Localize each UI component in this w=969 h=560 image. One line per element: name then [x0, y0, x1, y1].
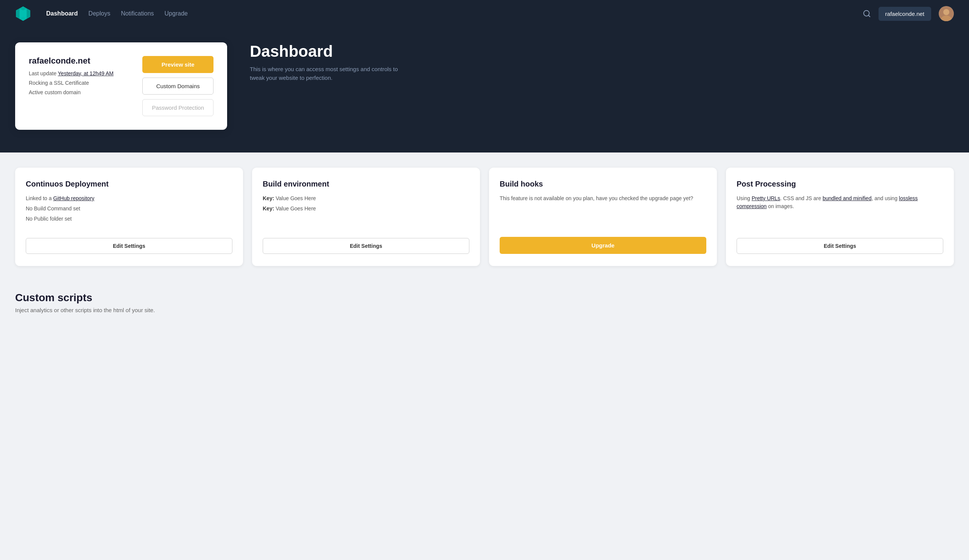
svg-marker-4: [27, 8, 30, 18]
nav-dashboard[interactable]: Dashboard: [46, 10, 78, 17]
domain-status: Active custom domain: [29, 88, 113, 96]
card-body-build-env: Key: Value Goes Here Key: Value Goes Her…: [263, 194, 470, 213]
hooks-description: This feature is not available on you pla…: [499, 194, 706, 203]
nav-notifications[interactable]: Notifications: [121, 10, 154, 17]
deployment-line-2: No Build Command set: [26, 205, 232, 213]
last-update-link[interactable]: Yesterday, at 12h49 AM: [58, 70, 113, 76]
cards-grid: Continuos Deployment Linked to a GitHub …: [15, 168, 954, 266]
logo[interactable]: [15, 6, 31, 22]
dashboard-title-area: Dashboard This is where you can access m…: [250, 42, 954, 82]
last-update: Last update Yesterday, at 12h49 AM: [29, 70, 113, 78]
site-name: rafaelconde.net: [29, 56, 113, 66]
ssl-status: Rocking a SSL Certificate: [29, 79, 113, 87]
site-card: rafaelconde.net Last update Yesterday, a…: [15, 42, 227, 130]
card-title-post: Post Processing: [737, 180, 943, 188]
build-env-edit-button[interactable]: Edit Settings: [263, 238, 470, 254]
card-post-processing: Post Processing Using Pretty URLs. CSS a…: [726, 168, 954, 266]
card-title-deployment: Continuos Deployment: [26, 180, 232, 188]
card-title-build-env: Build environment: [263, 180, 470, 188]
main-content: Continuos Deployment Linked to a GitHub …: [0, 153, 969, 336]
deployment-line-3: No Public folder set: [26, 215, 232, 223]
svg-point-9: [943, 9, 949, 15]
card-continuous-deployment: Continuos Deployment Linked to a GitHub …: [15, 168, 243, 266]
navbar: Dashboard Deploys Notifications Upgrade …: [0, 0, 969, 27]
nav-upgrade[interactable]: Upgrade: [165, 10, 188, 17]
search-button[interactable]: [862, 10, 871, 18]
custom-scripts-section: Custom scripts Inject analytics or other…: [15, 284, 954, 321]
deployment-line-1: Linked to a GitHub repository: [26, 194, 232, 203]
site-info: rafaelconde.net Last update Yesterday, a…: [29, 56, 113, 98]
svg-line-7: [868, 15, 870, 17]
dashboard-description: This is where you can access most settin…: [250, 65, 401, 82]
card-body-deployment: Linked to a GitHub repository No Build C…: [26, 194, 232, 223]
nav-deploys[interactable]: Deploys: [88, 10, 110, 17]
preview-site-button[interactable]: Preview site: [142, 56, 213, 73]
bundled-minified-link[interactable]: bundled and minified: [822, 195, 871, 201]
card-body-post: Using Pretty URLs. CSS and JS are bundle…: [737, 194, 943, 210]
post-processing-edit-button[interactable]: Edit Settings: [737, 238, 943, 254]
deployment-edit-button[interactable]: Edit Settings: [26, 238, 232, 254]
card-build-hooks: Build hooks This feature is not availabl…: [489, 168, 717, 266]
dashboard-heading: Dashboard: [250, 42, 954, 61]
password-protection-button[interactable]: Password Protection: [142, 99, 213, 116]
github-repo-link[interactable]: GitHub repository: [53, 195, 94, 201]
post-processing-description: Using Pretty URLs. CSS and JS are bundle…: [737, 194, 943, 210]
hooks-upgrade-button[interactable]: Upgrade: [499, 237, 706, 254]
custom-domains-button[interactable]: Custom Domains: [142, 78, 213, 95]
hero-section: rafaelconde.net Last update Yesterday, a…: [0, 27, 969, 153]
card-body-hooks: This feature is not available on you pla…: [499, 194, 706, 203]
build-env-key-2: Key: Value Goes Here: [263, 205, 470, 213]
card-title-hooks: Build hooks: [499, 180, 706, 188]
pretty-urls-link[interactable]: Pretty URLs: [752, 195, 780, 201]
nav-links: Dashboard Deploys Notifications Upgrade: [46, 10, 851, 17]
site-selector-button[interactable]: rafaelconde.net: [879, 7, 931, 21]
site-actions: Preview site Custom Domains Password Pro…: [142, 56, 213, 116]
avatar[interactable]: [939, 6, 954, 21]
build-env-key-1: Key: Value Goes Here: [263, 194, 470, 203]
svg-marker-3: [16, 8, 19, 18]
custom-scripts-title: Custom scripts: [15, 292, 954, 304]
card-build-environment: Build environment Key: Value Goes Here K…: [252, 168, 480, 266]
navbar-right: rafaelconde.net: [862, 6, 954, 21]
custom-scripts-description: Inject analytics or other scripts into t…: [15, 307, 954, 313]
